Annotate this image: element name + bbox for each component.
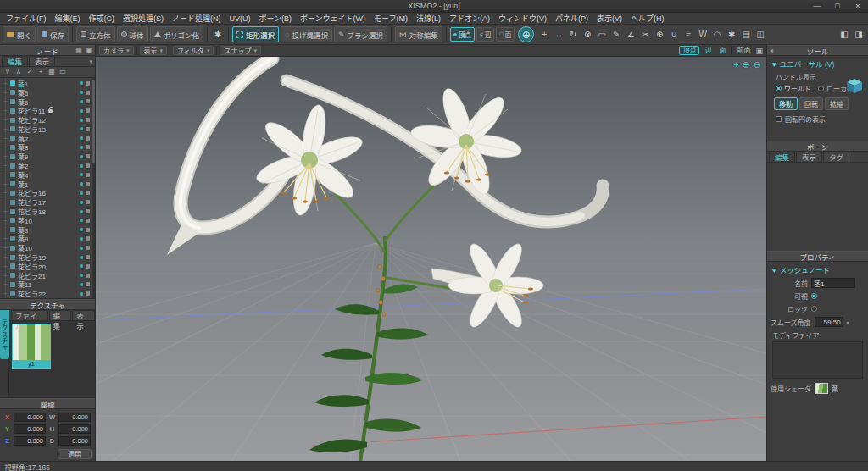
tool-icon[interactable]: W bbox=[696, 26, 709, 42]
visibility-toggle-icon[interactable] bbox=[80, 155, 83, 158]
tab-texture-edit[interactable]: 編集 bbox=[49, 310, 72, 320]
display-dropdown[interactable]: 表示 ▾ bbox=[140, 46, 168, 55]
menu-item[interactable]: ウィンドウ(V) bbox=[494, 13, 551, 24]
visibility-toggle-icon[interactable] bbox=[80, 91, 83, 94]
material-icon[interactable] bbox=[86, 99, 90, 103]
node-name[interactable]: 葉10 bbox=[18, 243, 32, 252]
node-color-swatch[interactable] bbox=[10, 126, 15, 131]
visibility-toggle-icon[interactable] bbox=[80, 136, 83, 140]
material-icon[interactable] bbox=[86, 274, 90, 278]
node-name[interactable]: 葉5 bbox=[18, 88, 28, 97]
material-icon[interactable] bbox=[86, 145, 90, 149]
material-icon[interactable] bbox=[86, 163, 90, 168]
local-radio[interactable] bbox=[818, 86, 824, 91]
visibility-toggle-icon[interactable] bbox=[80, 264, 83, 268]
node-name[interactable]: 花ビラ19 bbox=[18, 252, 46, 262]
node-list-item[interactable]: 葉7 bbox=[0, 134, 95, 143]
name-input[interactable] bbox=[811, 278, 855, 288]
node-tool-icon[interactable]: + bbox=[36, 67, 45, 77]
material-icon[interactable] bbox=[86, 191, 90, 195]
tab-bone-edit[interactable]: 編集 bbox=[769, 152, 795, 162]
node-name[interactable]: 葉1 bbox=[18, 180, 28, 189]
material-icon[interactable] bbox=[86, 228, 90, 232]
node-color-swatch[interactable] bbox=[10, 236, 15, 241]
lock-toggle[interactable] bbox=[811, 306, 817, 312]
material-icon[interactable] bbox=[86, 91, 90, 95]
face-display-toggle[interactable]: 面 bbox=[716, 46, 728, 55]
world-radio-label[interactable]: ワールド bbox=[784, 84, 811, 93]
node-color-swatch[interactable] bbox=[10, 246, 15, 251]
node-tool-icon[interactable]: ▭ bbox=[58, 67, 67, 77]
visibility-toggle-icon[interactable] bbox=[80, 146, 83, 149]
node-name[interactable]: 葉3 bbox=[18, 225, 28, 235]
panel-header-icon[interactable]: ▦ bbox=[75, 46, 83, 56]
node-color-swatch[interactable] bbox=[10, 227, 15, 232]
node-list-item[interactable]: 花ビラ22 bbox=[0, 289, 95, 298]
menu-item[interactable]: ボーン(B) bbox=[255, 13, 297, 24]
lasso-select-button[interactable]: ◌ 投げ縄選択 bbox=[281, 26, 332, 42]
material-icon[interactable] bbox=[86, 282, 90, 286]
visibility-toggle-icon[interactable] bbox=[80, 81, 83, 85]
visibility-toggle-icon[interactable] bbox=[80, 219, 83, 222]
material-icon[interactable] bbox=[86, 255, 90, 259]
filter-dropdown[interactable]: フィルタ ▾ bbox=[173, 46, 214, 55]
node-list-item[interactable]: 花ビラ19 bbox=[0, 252, 95, 262]
node-name[interactable]: 葉6 bbox=[18, 97, 28, 107]
visibility-toggle-icon[interactable] bbox=[80, 173, 83, 176]
brush-select-button[interactable]: ✎ ブラシ選択 bbox=[334, 26, 387, 42]
node-name[interactable]: 葉11 bbox=[18, 280, 31, 289]
node-list-item[interactable]: 葉4 bbox=[0, 170, 95, 180]
visibility-toggle-icon[interactable] bbox=[80, 247, 83, 250]
tool-icon[interactable]: ✎ bbox=[609, 26, 623, 42]
visibility-toggle-icon[interactable] bbox=[80, 164, 83, 168]
tool-icon[interactable]: ↔ bbox=[552, 26, 565, 42]
node-list-item[interactable]: 葉9 bbox=[0, 152, 95, 161]
material-icon[interactable] bbox=[86, 200, 90, 204]
menu-item[interactable]: モーフ(M) bbox=[370, 13, 412, 24]
y-coordinate-input[interactable] bbox=[14, 424, 46, 434]
sphere-button[interactable]: 球体 bbox=[117, 26, 148, 42]
visibility-toggle-icon[interactable] bbox=[80, 237, 83, 241]
camera-dropdown[interactable]: カメラ ▾ bbox=[99, 46, 134, 55]
visibility-toggle-icon[interactable] bbox=[80, 119, 83, 122]
minimize-button[interactable]: — bbox=[807, 0, 827, 12]
node-list-item[interactable]: 茎1 bbox=[0, 79, 95, 88]
node-name[interactable]: 花ビラ11 bbox=[18, 106, 45, 115]
tab-bone-tag[interactable]: タグ bbox=[823, 152, 849, 162]
node-color-swatch[interactable] bbox=[10, 90, 15, 95]
z-coordinate-input[interactable] bbox=[14, 436, 46, 446]
material-icon[interactable] bbox=[86, 219, 90, 223]
visibility-toggle-icon[interactable] bbox=[80, 109, 83, 113]
node-list-item[interactable]: 花ビラ12 bbox=[0, 115, 95, 125]
material-icon[interactable] bbox=[86, 118, 90, 122]
node-color-swatch[interactable] bbox=[10, 209, 15, 214]
close-button[interactable]: × bbox=[848, 0, 868, 12]
edge-mode-button[interactable]: < 辺 bbox=[476, 27, 495, 42]
node-list-item[interactable]: 葉8 bbox=[0, 143, 95, 152]
visible-toggle[interactable] bbox=[811, 293, 817, 299]
visibility-toggle-icon[interactable] bbox=[80, 292, 83, 296]
material-icon[interactable] bbox=[86, 291, 90, 296]
polygonize-button[interactable]: ポリゴン化 bbox=[150, 26, 204, 42]
visibility-toggle-icon[interactable] bbox=[80, 127, 83, 130]
tool-icon[interactable]: ⊗ bbox=[581, 26, 594, 42]
tool-icon[interactable]: ◠ bbox=[710, 26, 724, 42]
tool-icon[interactable]: ≈ bbox=[682, 26, 695, 42]
panel-toggle-icon[interactable]: ◨ bbox=[852, 26, 865, 42]
node-color-swatch[interactable] bbox=[10, 200, 15, 205]
node-color-swatch[interactable] bbox=[10, 99, 15, 104]
menu-item[interactable]: 編集(E) bbox=[51, 13, 85, 24]
node-list-item[interactable]: 葉6 bbox=[0, 97, 95, 107]
settings-gear-icon[interactable]: ✱ bbox=[211, 26, 225, 42]
tool-icon[interactable]: ◫ bbox=[754, 26, 767, 42]
material-icon[interactable] bbox=[86, 173, 90, 177]
node-tool-icon[interactable]: ∨ bbox=[3, 67, 12, 77]
node-color-swatch[interactable] bbox=[10, 118, 15, 123]
node-name[interactable]: 花ビラ20 bbox=[18, 262, 46, 271]
tool-icon[interactable]: ✱ bbox=[725, 26, 738, 42]
material-icon[interactable] bbox=[86, 154, 90, 158]
tool-icon[interactable]: ✂ bbox=[638, 26, 652, 42]
node-color-swatch[interactable] bbox=[10, 191, 15, 196]
snap-dropdown[interactable]: スナップ ▾ bbox=[220, 46, 261, 55]
node-name[interactable]: 葉9 bbox=[18, 234, 28, 243]
